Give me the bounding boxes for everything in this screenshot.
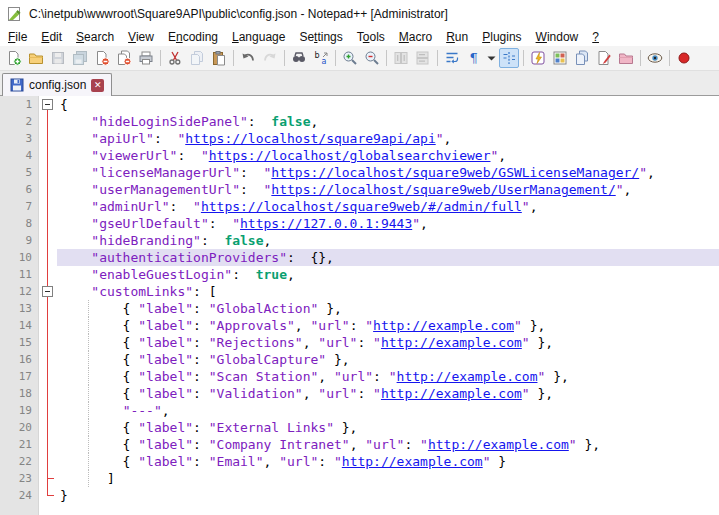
url-link[interactable]: http://example.com (342, 454, 483, 469)
url-link[interactable]: https://localhost/square9web/GSWLicenseM… (271, 165, 639, 180)
menu-item-language[interactable]: Language (225, 28, 292, 46)
code-text[interactable]: { (57, 96, 719, 113)
dropdown-arrow-icon[interactable] (486, 48, 497, 68)
menu-item-plugins[interactable]: Plugins (475, 28, 528, 46)
replace-icon[interactable]: ba (311, 48, 331, 68)
code-line-16[interactable]: 16 { "label": "GlobalCapture" }, (0, 351, 719, 368)
code-line-17[interactable]: 17 { "label": "Scan Station", "url": "ht… (0, 368, 719, 385)
code-text[interactable]: "hideBranding": false, (57, 232, 719, 249)
find-icon[interactable] (289, 48, 309, 68)
code-line-11[interactable]: 11 "enableGuestLogin": true, (0, 266, 719, 283)
function-list-icon[interactable] (594, 48, 614, 68)
menu-item-run[interactable]: Run (439, 28, 475, 46)
code-text[interactable]: } (57, 487, 719, 504)
menu-item-settings[interactable]: Settings (292, 28, 349, 46)
menu-item-file[interactable]: File (1, 28, 34, 46)
url-link[interactable]: http://example.com (381, 386, 522, 401)
code-line-14[interactable]: 14 { "label": "Approvals", "url": "http:… (0, 317, 719, 334)
menu-item-encoding[interactable]: Encoding (161, 28, 225, 46)
menu-item-edit[interactable]: Edit (34, 28, 69, 46)
code-text[interactable]: { "label": "Approvals", "url": "http://e… (57, 317, 719, 334)
url-link[interactable]: http://example.com (373, 318, 514, 333)
code-text[interactable]: "apiUrl": "https://localhost/square9api/… (57, 130, 719, 147)
fold-margin-cell[interactable] (39, 283, 57, 300)
code-text[interactable]: "gseUrlDefault": "https://127.0.0.1:9443… (57, 215, 719, 232)
monitoring-eye-icon[interactable] (645, 48, 665, 68)
code-line-4[interactable]: 4 "viewerUrl": "https://localhost/global… (0, 147, 719, 164)
code-line-19[interactable]: 19 "---", (0, 402, 719, 419)
code-line-1[interactable]: 1{ (0, 96, 719, 113)
document-list-icon[interactable] (572, 48, 592, 68)
code-text[interactable]: { "label": "Company Intranet", "url": "h… (57, 436, 719, 453)
url-link[interactable]: https://localhost/square9api/api (185, 131, 435, 146)
menu-item-help[interactable]: ? (585, 28, 606, 46)
code-line-5[interactable]: 5 "licenseManagerUrl": "https://localhos… (0, 164, 719, 181)
code-line-18[interactable]: 18 { "label": "Validation", "url": "http… (0, 385, 719, 402)
url-link[interactable]: https://localhost/square9web/UserManagem… (271, 182, 615, 197)
menu-item-window[interactable]: Window (529, 28, 586, 46)
code-text[interactable]: { "label": "Rejections", "url": "http://… (57, 334, 719, 351)
close-all-icon[interactable] (114, 48, 134, 68)
code-line-13[interactable]: 13 { "label": "GlobalAction" }, (0, 300, 719, 317)
code-line-22[interactable]: 22 { "label": "Email", "url": "http://ex… (0, 453, 719, 470)
code-line-9[interactable]: 9 "hideBranding": false, (0, 232, 719, 249)
document-map-icon[interactable] (550, 48, 570, 68)
url-link[interactable]: http://example.com (428, 437, 569, 452)
url-link[interactable]: https://localhost/globalsearchviewer (209, 148, 491, 163)
print-icon[interactable] (136, 48, 156, 68)
url-link[interactable]: https://127.0.0.1:9443 (240, 216, 412, 231)
code-line-23[interactable]: 23 ] (0, 470, 719, 487)
code-line-20[interactable]: 20 { "label": "External Links" }, (0, 419, 719, 436)
code-text[interactable]: "adminUrl": "https://localhost/square9we… (57, 198, 719, 215)
undo-icon[interactable] (238, 48, 258, 68)
url-link[interactable]: https://localhost/square9web/#/admin/ful… (201, 199, 522, 214)
menu-item-macro[interactable]: Macro (392, 28, 439, 46)
code-text[interactable]: ] (57, 470, 719, 487)
user-define-dialog-icon[interactable] (528, 48, 548, 68)
code-text[interactable]: { "label": "Validation", "url": "http://… (57, 385, 719, 402)
code-text[interactable]: "---", (57, 402, 719, 419)
paste-icon[interactable] (209, 48, 229, 68)
menu-item-view[interactable]: View (121, 28, 161, 46)
code-text[interactable]: "userManagementUrl": "https://localhost/… (57, 181, 719, 198)
indent-guide-icon[interactable] (499, 48, 519, 68)
macro-record-icon[interactable] (674, 48, 694, 68)
code-text[interactable]: "viewerUrl": "https://localhost/globalse… (57, 147, 719, 164)
code-line-8[interactable]: 8 "gseUrlDefault": "https://127.0.0.1:94… (0, 215, 719, 232)
fold-margin-cell[interactable] (39, 96, 57, 113)
code-line-24[interactable]: 24} (0, 487, 719, 504)
word-wrap-icon[interactable] (442, 48, 462, 68)
url-link[interactable]: http://example.com (381, 335, 522, 350)
code-line-12[interactable]: 12 "customLinks": [ (0, 283, 719, 300)
code-text[interactable]: "licenseManagerUrl": "https://localhost/… (57, 164, 719, 181)
code-line-15[interactable]: 15 { "label": "Rejections", "url": "http… (0, 334, 719, 351)
show-all-chars-icon[interactable]: ¶ (464, 48, 484, 68)
code-line-3[interactable]: 3 "apiUrl": "https://localhost/square9ap… (0, 130, 719, 147)
code-line-21[interactable]: 21 { "label": "Company Intranet", "url":… (0, 436, 719, 453)
fold-toggle-icon[interactable] (42, 286, 53, 297)
new-file-icon[interactable] (4, 48, 24, 68)
code-text[interactable]: "hideLoginSidePanel": false, (57, 113, 719, 130)
url-link[interactable]: http://example.com (397, 369, 538, 384)
tab-config-json[interactable]: config.json ✕ (2, 73, 112, 96)
open-folder-icon[interactable] (26, 48, 46, 68)
code-line-2[interactable]: 2 "hideLoginSidePanel": false, (0, 113, 719, 130)
code-text[interactable]: { "label": "GlobalCapture" }, (57, 351, 719, 368)
fold-toggle-icon[interactable] (42, 99, 53, 110)
code-text[interactable]: { "label": "Email", "url": "http://examp… (57, 453, 719, 470)
zoom-in-icon[interactable] (340, 48, 360, 68)
code-text[interactable]: { "label": "External Links" }, (57, 419, 719, 436)
code-line-10[interactable]: 10 "authenticationProviders": {}, (0, 249, 719, 266)
code-line-6[interactable]: 6 "userManagementUrl": "https://localhos… (0, 181, 719, 198)
folder-as-workspace-icon[interactable] (616, 48, 636, 68)
code-text[interactable]: "enableGuestLogin": true, (57, 266, 719, 283)
zoom-out-icon[interactable] (362, 48, 382, 68)
code-line-7[interactable]: 7 "adminUrl": "https://localhost/square9… (0, 198, 719, 215)
close-icon[interactable]: ✕ (91, 79, 104, 92)
code-text[interactable]: { "label": "GlobalAction" }, (57, 300, 719, 317)
menu-item-tools[interactable]: Tools (350, 28, 392, 46)
close-icon[interactable] (92, 48, 112, 68)
code-text[interactable]: "customLinks": [ (57, 283, 719, 300)
code-text[interactable]: "authenticationProviders": {}, (57, 249, 719, 266)
code-text[interactable]: { "label": "Scan Station", "url": "http:… (57, 368, 719, 385)
